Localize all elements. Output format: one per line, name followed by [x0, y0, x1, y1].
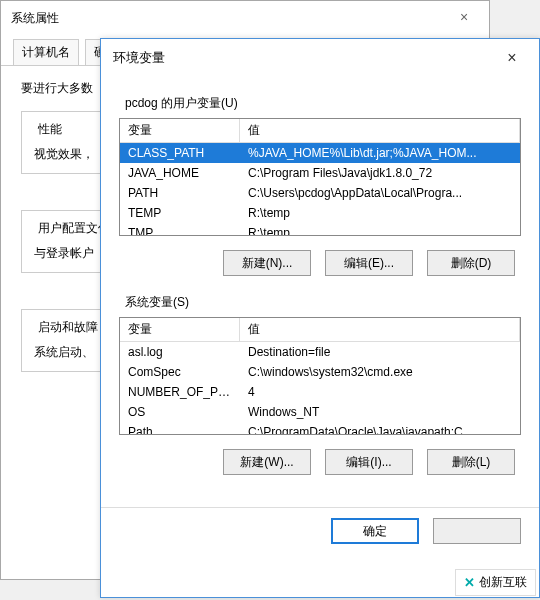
- user-vars-label: pcdog 的用户变量(U): [125, 95, 521, 112]
- group-startup-title: 启动和故障: [34, 319, 102, 336]
- table-row[interactable]: asl.log Destination=file: [120, 342, 520, 362]
- table-row[interactable]: OS Windows_NT: [120, 402, 520, 422]
- user-edit-button[interactable]: 编辑(E)...: [325, 250, 413, 276]
- sys-vars-label: 系统变量(S): [125, 294, 521, 311]
- front-window-title: 环境变量: [113, 49, 165, 67]
- cancel-button[interactable]: [433, 518, 521, 544]
- back-window-title: 系统属性: [11, 10, 59, 27]
- table-row[interactable]: CLASS_PATH %JAVA_HOME%\Lib\dt.jar;%JAVA_…: [120, 143, 520, 163]
- watermark-text: 创新互联: [479, 574, 527, 591]
- col-header-value[interactable]: 值: [240, 119, 520, 142]
- user-delete-button[interactable]: 删除(D): [427, 250, 515, 276]
- tab-computer-name[interactable]: 计算机名: [13, 39, 79, 65]
- close-icon[interactable]: ×: [497, 49, 527, 67]
- sys-vars-table[interactable]: 变量 值 asl.log Destination=file ComSpec C:…: [119, 317, 521, 435]
- table-row[interactable]: JAVA_HOME C:\Program Files\Java\jdk1.8.0…: [120, 163, 520, 183]
- environment-variables-window: 环境变量 × pcdog 的用户变量(U) 变量 值 CLASS_PATH %J…: [100, 38, 540, 598]
- sys-edit-button[interactable]: 编辑(I)...: [325, 449, 413, 475]
- logo-icon: ✕: [464, 575, 475, 590]
- col-header-name[interactable]: 变量: [120, 318, 240, 341]
- user-vars-table[interactable]: 变量 值 CLASS_PATH %JAVA_HOME%\Lib\dt.jar;%…: [119, 118, 521, 236]
- ok-button[interactable]: 确定: [331, 518, 419, 544]
- watermark-logo: ✕ 创新互联: [455, 569, 536, 596]
- group-performance-title: 性能: [34, 121, 66, 138]
- table-row[interactable]: TMP R:\temp: [120, 223, 520, 236]
- table-row[interactable]: PATH C:\Users\pcdog\AppData\Local\Progra…: [120, 183, 520, 203]
- table-row[interactable]: Path C:\ProgramData\Oracle\Java\javapath…: [120, 422, 520, 435]
- close-icon[interactable]: ×: [449, 9, 479, 27]
- sys-delete-button[interactable]: 删除(L): [427, 449, 515, 475]
- user-new-button[interactable]: 新建(N)...: [223, 250, 311, 276]
- table-row[interactable]: TEMP R:\temp: [120, 203, 520, 223]
- sys-new-button[interactable]: 新建(W)...: [223, 449, 311, 475]
- col-header-name[interactable]: 变量: [120, 119, 240, 142]
- table-row[interactable]: NUMBER_OF_PR... 4: [120, 382, 520, 402]
- table-row[interactable]: ComSpec C:\windows\system32\cmd.exe: [120, 362, 520, 382]
- col-header-value[interactable]: 值: [240, 318, 520, 341]
